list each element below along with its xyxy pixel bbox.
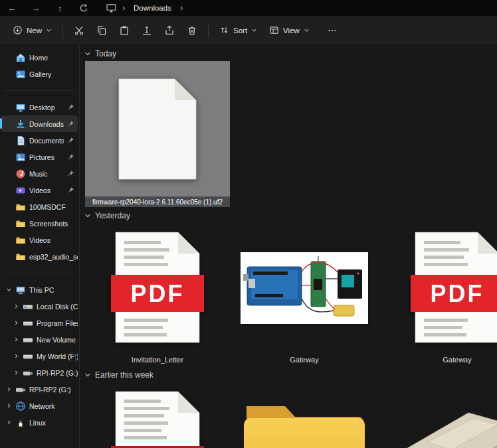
sidebar-item-downloads[interactable]: Downloads: [1, 115, 78, 132]
chevron-right-icon[interactable]: [6, 419, 12, 425]
chevron-right-icon[interactable]: [13, 303, 19, 309]
file-tile-pdf-clipped[interactable]: [85, 382, 230, 448]
up-button[interactable]: ↑: [48, 0, 72, 16]
usb-drive-icon: [15, 384, 26, 395]
chevron-right-icon: [121, 5, 126, 11]
group-header-yesterday[interactable]: Yesterday: [84, 211, 130, 220]
breadcrumb-segment-downloads[interactable]: Downloads: [131, 3, 174, 13]
folder-icon: [15, 252, 26, 262]
folder-icon: [15, 235, 26, 246]
blank-document-icon: [118, 78, 197, 181]
command-bar: New: [0, 16, 497, 45]
pin-icon: [67, 187, 74, 194]
music-icon: [15, 169, 26, 179]
file-tile-folder-clipped[interactable]: [232, 382, 377, 448]
sidebar-item-program-files-d[interactable]: Program Files (D:): [9, 315, 78, 331]
sidebar-item-videos-folder[interactable]: Videos: [1, 232, 78, 248]
chevron-down-icon: [84, 372, 91, 378]
sidebar-item-label: Documents: [29, 137, 64, 145]
sidebar-item-new-volume-e[interactable]: New Volume (E:): [9, 331, 78, 348]
file-tile-3d-object-clipped[interactable]: [385, 382, 497, 448]
pin-icon: [67, 104, 74, 111]
chevron-right-icon[interactable]: [13, 370, 19, 376]
new-button[interactable]: New: [7, 21, 58, 39]
this-pc-icon: [106, 4, 116, 13]
chevron-right-icon[interactable]: [6, 403, 12, 409]
this-pc-icon: [15, 285, 26, 295]
paste-button[interactable]: [113, 21, 136, 40]
selected-thumbnail: [85, 61, 230, 196]
file-tile-pdf[interactable]: PDF Gateway: [385, 223, 497, 364]
toolbar-separator: [208, 23, 209, 38]
file-tile-pdf[interactable]: PDF Invitation_Letter: [85, 223, 230, 364]
sidebar-item-network[interactable]: Network: [1, 398, 78, 414]
pin-icon: [67, 137, 74, 144]
chevron-down-icon[interactable]: [6, 287, 12, 293]
share-icon: [164, 25, 175, 36]
file-tile-uf2[interactable]: firmware-rp2040-lora-2.6.11.60ec05e (1).…: [85, 61, 230, 207]
trash-icon: [187, 25, 197, 36]
sidebar-item-rpi-rp2-g-2[interactable]: RPI-RP2 (G:): [1, 381, 78, 398]
sidebar-item-label: Pictures: [29, 153, 64, 161]
back-button[interactable]: ←: [0, 0, 24, 16]
sidebar-item-100msdcf[interactable]: 100MSDCF: [1, 198, 78, 215]
sidebar-item-pictures[interactable]: Pictures: [1, 149, 78, 165]
share-button[interactable]: [158, 21, 181, 40]
sidebar-item-gallery[interactable]: Gallery: [1, 66, 78, 82]
sidebar-item-my-world-f[interactable]: My World (F:): [9, 348, 78, 364]
sidebar-item-label: 100MSDCF: [29, 203, 78, 211]
file-name: firmware-rp2040-lora-2.6.11.60ec05e (1).…: [85, 196, 230, 207]
gallery-icon: [15, 69, 26, 80]
group-header-today[interactable]: Today: [84, 49, 116, 58]
copy-icon: [96, 25, 107, 36]
file-name: Gateway: [232, 356, 377, 364]
downloads-icon: [15, 119, 26, 129]
more-options-button[interactable]: [321, 21, 344, 40]
refresh-icon: [79, 3, 88, 13]
navigation-pane: Home Gallery Desktop Downloads: [0, 45, 80, 448]
group-label: Yesterday: [95, 211, 130, 220]
folder-icon: [15, 202, 26, 212]
cut-button[interactable]: [68, 21, 90, 40]
sidebar-item-rpi-rp2-g[interactable]: RPI-RP2 (G:): [9, 364, 78, 381]
sidebar-item-label: Videos: [29, 187, 64, 194]
sidebar-item-screenshots[interactable]: Screenshots: [1, 215, 78, 232]
refresh-button[interactable]: [72, 0, 96, 16]
sidebar-item-esp32-audio-serial[interactable]: esp32_audio_serial: [1, 248, 78, 265]
group-label: Today: [95, 49, 116, 58]
group-header-earlier-this-week[interactable]: Earlier this week: [84, 370, 153, 380]
rename-icon: [142, 25, 152, 36]
sidebar-item-music[interactable]: Music: [1, 165, 78, 182]
sidebar-item-desktop[interactable]: Desktop: [1, 99, 78, 115]
chevron-right-icon: [179, 5, 184, 11]
sidebar-item-local-disk-c[interactable]: Local Disk (C:): [9, 298, 78, 315]
folder-icon: [15, 218, 26, 229]
pin-icon: [67, 120, 74, 127]
sidebar-divider: [5, 273, 74, 273]
file-name: Gateway: [385, 356, 497, 364]
sidebar-item-linux[interactable]: Linux: [1, 414, 78, 431]
file-tile-image[interactable]: Gateway: [232, 223, 377, 364]
sort-button[interactable]: Sort: [213, 21, 263, 39]
chevron-right-icon[interactable]: [6, 386, 12, 392]
chevron-right-icon[interactable]: [13, 320, 19, 326]
pdf-badge: PDF: [131, 280, 185, 307]
sidebar-item-documents[interactable]: Documents: [1, 132, 78, 149]
sidebar-item-videos[interactable]: Videos: [1, 182, 78, 198]
chevron-down-icon: [84, 50, 91, 57]
copy-button[interactable]: [90, 21, 113, 40]
sidebar-item-home[interactable]: Home: [1, 49, 78, 66]
sidebar-item-this-pc[interactable]: This PC: [1, 281, 78, 298]
pdf-badge: PDF: [431, 280, 484, 307]
view-button[interactable]: View: [263, 21, 316, 39]
rename-button[interactable]: [136, 21, 158, 40]
forward-button[interactable]: →: [24, 0, 48, 16]
sort-button-label: Sort: [233, 27, 247, 35]
sidebar-item-label: Desktop: [29, 104, 64, 112]
delete-button[interactable]: [181, 21, 203, 40]
sidebar-item-label: My World (F:): [37, 352, 78, 360]
home-icon: [15, 52, 26, 63]
sidebar-item-label: Linux: [29, 419, 78, 427]
chevron-right-icon[interactable]: [13, 353, 19, 359]
chevron-right-icon[interactable]: [13, 336, 19, 342]
